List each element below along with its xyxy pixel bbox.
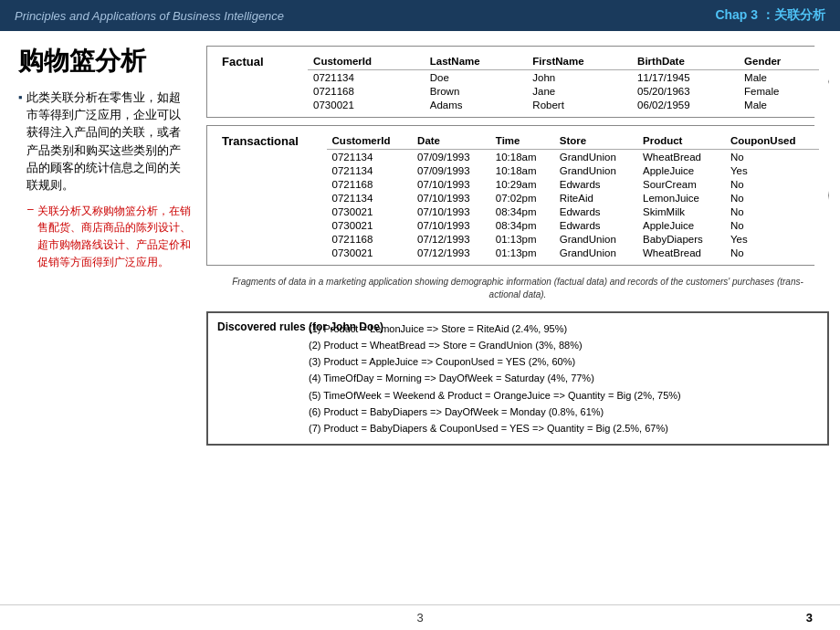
table-row: 0730021AdamsRobert06/02/1959Male xyxy=(216,98,819,111)
header-right-title: Chap 3 ：关联分析 xyxy=(715,7,825,24)
bullet-main: ▪ 此类关联分析在零售业，如超市等得到广泛应用，企业可以获得注入产品间的关联，或… xyxy=(18,89,192,195)
table-row: 072113407/09/199310:18amGrandUnionAppleJ… xyxy=(216,163,819,177)
table-cell: WheatBread xyxy=(637,150,725,164)
table-cell: Edwards xyxy=(554,218,637,232)
table-cell: 0730021 xyxy=(327,205,413,218)
table-row: 073002107/10/199308:34pmEdwardsAppleJuic… xyxy=(216,218,819,232)
table-cell: 10:18am xyxy=(490,163,554,177)
table-cell: Brown xyxy=(425,84,528,98)
list-item: (2) Product = WheatBread => Store = Gran… xyxy=(309,337,681,353)
table-cell: 05/20/1963 xyxy=(632,84,739,98)
table-cell: AppleJuice xyxy=(637,218,725,232)
list-item: (5) TimeOfWeek = Weekend & Product = Ora… xyxy=(309,387,681,404)
table-cell: 0721168 xyxy=(327,232,413,246)
table-cell: 0730021 xyxy=(327,218,413,232)
main-content: 购物篮分析 ▪ 此类关联分析在零售业，如超市等得到广泛应用，企业可以获得注入产品… xyxy=(0,31,840,604)
table-row: 0721134DoeJohn11/17/1945Male xyxy=(216,70,819,85)
table-cell: Adams xyxy=(425,98,528,111)
rules-box: Discovered rules (for John Doe) (1) Prod… xyxy=(206,311,829,446)
factual-table: Factual CustomerId LastName FirstName Bi… xyxy=(216,52,819,111)
table-row: 072116807/12/199301:13pmGrandUnionBabyDi… xyxy=(216,232,819,246)
sub-bullet: – 关联分析又称购物篮分析，在销售配货、商店商品的陈列设计、超市购物路线设计、产… xyxy=(27,203,192,270)
table-cell: 0721134 xyxy=(327,150,413,164)
table-cell: 08:34pm xyxy=(490,205,554,218)
factual-col-lastname: LastName xyxy=(425,52,528,70)
footer: 3 3 xyxy=(0,604,840,630)
table-cell: 0721134 xyxy=(308,70,425,85)
table-cell: Edwards xyxy=(554,177,637,191)
factual-label: Factual xyxy=(216,52,308,70)
table-cell: 10:29am xyxy=(490,177,554,191)
list-item: (3) Product = AppleJuice => CouponUsed =… xyxy=(309,353,681,370)
table-cell: Doe xyxy=(425,70,528,85)
transactional-table: Transactional CustomerId Date Time Store… xyxy=(216,131,819,259)
table-cell: 07/10/1993 xyxy=(412,191,490,205)
table-cell: 07/12/1993 xyxy=(412,246,490,259)
bullet-symbol: ▪ xyxy=(18,90,23,195)
transactional-label: Transactional xyxy=(216,131,327,150)
transactional-table-container: Transactional CustomerId Date Time Store… xyxy=(206,125,829,266)
table-cell: 07/10/1993 xyxy=(412,218,490,232)
table-row: 072113407/09/199310:18amGrandUnionWheatB… xyxy=(216,150,819,164)
table-cell: No xyxy=(725,150,819,164)
factual-table-container: Factual CustomerId LastName FirstName Bi… xyxy=(206,46,829,118)
factual-col-customerid: CustomerId xyxy=(308,52,425,70)
right-panel: Factual CustomerId LastName FirstName Bi… xyxy=(206,46,829,597)
factual-col-gender: Gender xyxy=(739,52,819,70)
table-cell: SourCream xyxy=(637,177,725,191)
table-cell: 07:02pm xyxy=(490,191,554,205)
bullet-main-text: 此类关联分析在零售业，如超市等得到广泛应用，企业可以获得注入产品间的关联，或者产… xyxy=(26,89,192,195)
table-cell: No xyxy=(725,191,819,205)
trans-col-time: Time xyxy=(490,131,554,150)
sub-bullet-text: 关联分析又称购物篮分析，在销售配货、商店商品的陈列设计、超市购物路线设计、产品定… xyxy=(37,203,192,270)
chapter-num: 3 xyxy=(751,7,758,22)
table-cell: 0721168 xyxy=(327,177,413,191)
table-cell: 0730021 xyxy=(308,98,425,111)
table-cell: No xyxy=(725,246,819,259)
bullet-section: ▪ 此类关联分析在零售业，如超市等得到广泛应用，企业可以获得注入产品间的关联，或… xyxy=(18,89,192,271)
table-cell: GrandUnion xyxy=(554,150,637,164)
left-panel: 购物篮分析 ▪ 此类关联分析在零售业，如超市等得到广泛应用，企业可以获得注入产品… xyxy=(18,46,192,597)
table-cell: 0721134 xyxy=(327,191,413,205)
table-cell: WheatBread xyxy=(637,246,725,259)
rules-label: Discovered rules (for John Doe) xyxy=(217,320,299,436)
chap-label: Chap xyxy=(715,7,747,22)
table-cell: John xyxy=(527,70,632,85)
table-cell: 07/12/1993 xyxy=(412,232,490,246)
factual-col-firstname: FirstName xyxy=(527,52,632,70)
table-cell: No xyxy=(725,218,819,232)
rules-content: (1) Product = LemonJuice => Store = Rite… xyxy=(309,320,681,436)
table-row: 073002107/12/199301:13pmGrandUnionWheatB… xyxy=(216,246,819,259)
list-item: (6) Product = BabyDiapers => DayOfWeek =… xyxy=(309,404,681,420)
table-cell: 07/09/1993 xyxy=(412,163,490,177)
table-row: 073002107/10/199308:34pmEdwardsSkimMilkN… xyxy=(216,205,819,218)
footer-page-center: 3 xyxy=(416,611,423,625)
sub-bullet-symbol: – xyxy=(27,203,34,270)
table-cell: Yes xyxy=(725,232,819,246)
table-cell: 01:13pm xyxy=(490,246,554,259)
table-cell: 0730021 xyxy=(327,246,413,259)
list-item: (1) Product = LemonJuice => Store = Rite… xyxy=(309,320,681,337)
table-cell: AppleJuice xyxy=(637,163,725,177)
table-cell: 11/17/1945 xyxy=(632,70,739,85)
table-cell: 08:34pm xyxy=(490,218,554,232)
table-row: 0721168BrownJane05/20/1963Female xyxy=(216,84,819,98)
table-cell: 07/10/1993 xyxy=(412,177,490,191)
table-cell: 01:13pm xyxy=(490,232,554,246)
table-cell: Male xyxy=(739,70,819,85)
table-cell: 10:18am xyxy=(490,150,554,164)
footer-page-right: 3 xyxy=(806,611,813,625)
trans-col-customerid: CustomerId xyxy=(327,131,413,150)
table-cell: BabyDiapers xyxy=(637,232,725,246)
list-item: (7) Product = BabyDiapers & CouponUsed =… xyxy=(309,420,681,436)
table-row: 072113407/10/199307:02pmRiteAidLemonJuic… xyxy=(216,191,819,205)
header-left-title: Principles and Applications of Business … xyxy=(15,9,284,23)
table-cell: No xyxy=(725,177,819,191)
table-cell: LemonJuice xyxy=(637,191,725,205)
table-cell: RiteAid xyxy=(554,191,637,205)
trans-col-product: Product xyxy=(637,131,725,150)
table-cell: SkimMilk xyxy=(637,205,725,218)
table-cell: GrandUnion xyxy=(554,246,637,259)
table-cell: Jane xyxy=(527,84,632,98)
table-cell: GrandUnion xyxy=(554,232,637,246)
